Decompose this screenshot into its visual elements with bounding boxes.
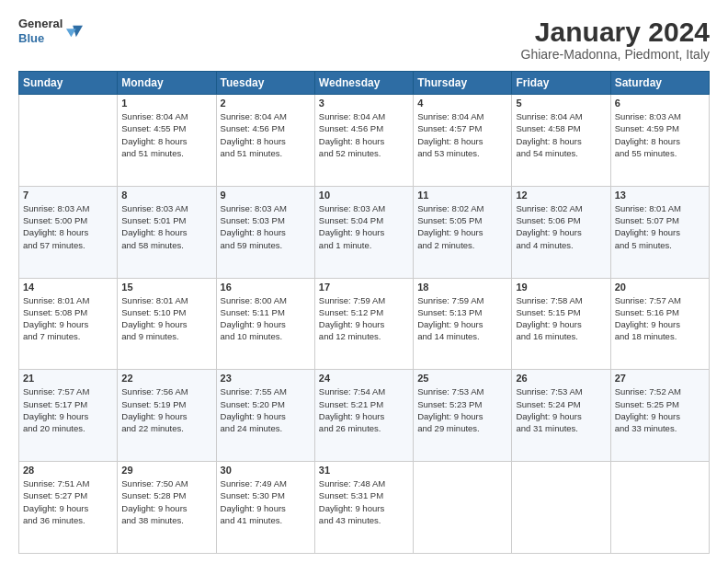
calendar-cell: 10Sunrise: 8:03 AM Sunset: 5:04 PM Dayli… [314, 186, 413, 278]
day-info: Sunrise: 7:57 AM Sunset: 5:16 PM Dayligh… [615, 294, 705, 343]
calendar-cell: 14Sunrise: 8:01 AM Sunset: 5:08 PM Dayli… [19, 278, 118, 370]
day-number: 31 [319, 465, 409, 476]
day-info: Sunrise: 8:04 AM Sunset: 4:57 PM Dayligh… [417, 110, 507, 159]
calendar-cell: 31Sunrise: 7:48 AM Sunset: 5:31 PM Dayli… [314, 462, 413, 554]
calendar-cell: 26Sunrise: 7:53 AM Sunset: 5:24 PM Dayli… [512, 370, 610, 462]
calendar-week-5: 28Sunrise: 7:51 AM Sunset: 5:27 PM Dayli… [19, 462, 710, 554]
day-info: Sunrise: 8:02 AM Sunset: 5:06 PM Dayligh… [516, 202, 606, 251]
day-info: Sunrise: 7:50 AM Sunset: 5:28 PM Dayligh… [121, 477, 211, 526]
calendar-cell: 16Sunrise: 8:00 AM Sunset: 5:11 PM Dayli… [216, 278, 314, 370]
calendar-cell: 23Sunrise: 7:55 AM Sunset: 5:20 PM Dayli… [216, 370, 314, 462]
calendar-cell: 27Sunrise: 7:52 AM Sunset: 5:25 PM Dayli… [610, 370, 709, 462]
calendar-table: SundayMondayTuesdayWednesdayThursdayFrid… [18, 71, 710, 554]
day-number: 4 [417, 98, 507, 109]
calendar-cell: 18Sunrise: 7:59 AM Sunset: 5:13 PM Dayli… [414, 278, 512, 370]
day-number: 28 [23, 465, 113, 476]
day-info: Sunrise: 8:04 AM Sunset: 4:55 PM Dayligh… [121, 110, 211, 159]
calendar-cell [512, 462, 610, 554]
svg-marker-1 [66, 29, 76, 37]
calendar-cell: 19Sunrise: 7:58 AM Sunset: 5:15 PM Dayli… [512, 278, 610, 370]
day-info: Sunrise: 7:52 AM Sunset: 5:25 PM Dayligh… [615, 385, 705, 434]
day-number: 12 [516, 190, 606, 201]
day-number: 25 [417, 373, 507, 384]
calendar-cell [19, 95, 118, 187]
calendar-cell [414, 462, 512, 554]
logo: General Blue [18, 17, 83, 45]
day-info: Sunrise: 8:03 AM Sunset: 5:03 PM Dayligh… [221, 202, 311, 251]
calendar-week-2: 7Sunrise: 8:03 AM Sunset: 5:00 PM Daylig… [19, 186, 710, 278]
day-info: Sunrise: 8:02 AM Sunset: 5:05 PM Dayligh… [417, 202, 507, 251]
day-info: Sunrise: 7:51 AM Sunset: 5:27 PM Dayligh… [23, 477, 113, 526]
calendar-header-saturday: Saturday [610, 72, 709, 95]
logo-line2: Blue [18, 31, 63, 46]
day-info: Sunrise: 7:57 AM Sunset: 5:17 PM Dayligh… [23, 385, 113, 434]
day-number: 15 [121, 282, 211, 293]
calendar-header-monday: Monday [118, 72, 216, 95]
calendar-cell: 15Sunrise: 8:01 AM Sunset: 5:10 PM Dayli… [118, 278, 216, 370]
calendar-cell: 1Sunrise: 8:04 AM Sunset: 4:55 PM Daylig… [118, 95, 216, 187]
day-number: 14 [23, 282, 113, 293]
calendar-cell: 20Sunrise: 7:57 AM Sunset: 5:16 PM Dayli… [610, 278, 709, 370]
day-number: 22 [121, 373, 211, 384]
day-number: 20 [615, 282, 705, 293]
calendar-cell [610, 462, 709, 554]
calendar-cell: 11Sunrise: 8:02 AM Sunset: 5:05 PM Dayli… [414, 186, 512, 278]
header: General Blue January 2024 Ghiare-Madonna… [18, 17, 710, 62]
day-info: Sunrise: 8:01 AM Sunset: 5:07 PM Dayligh… [615, 202, 705, 251]
day-number: 23 [221, 373, 311, 384]
day-number: 11 [417, 190, 507, 201]
location: Ghiare-Madonna, Piedmont, Italy [521, 47, 710, 62]
day-info: Sunrise: 8:04 AM Sunset: 4:58 PM Dayligh… [516, 110, 606, 159]
calendar-cell: 3Sunrise: 8:04 AM Sunset: 4:56 PM Daylig… [314, 95, 413, 187]
day-number: 5 [516, 98, 606, 109]
calendar-cell: 21Sunrise: 7:57 AM Sunset: 5:17 PM Dayli… [19, 370, 118, 462]
title-block: January 2024 Ghiare-Madonna, Piedmont, I… [521, 17, 710, 62]
day-info: Sunrise: 8:03 AM Sunset: 5:04 PM Dayligh… [319, 202, 409, 251]
day-number: 1 [121, 98, 211, 109]
day-info: Sunrise: 8:03 AM Sunset: 5:01 PM Dayligh… [121, 202, 211, 251]
day-info: Sunrise: 7:48 AM Sunset: 5:31 PM Dayligh… [319, 477, 409, 526]
day-number: 2 [221, 98, 311, 109]
calendar-header-sunday: Sunday [19, 72, 118, 95]
day-number: 8 [121, 190, 211, 201]
day-info: Sunrise: 7:53 AM Sunset: 5:23 PM Dayligh… [417, 385, 507, 434]
day-info: Sunrise: 8:01 AM Sunset: 5:10 PM Dayligh… [121, 294, 211, 343]
calendar-cell: 4Sunrise: 8:04 AM Sunset: 4:57 PM Daylig… [414, 95, 512, 187]
day-info: Sunrise: 7:55 AM Sunset: 5:20 PM Dayligh… [221, 385, 311, 434]
calendar-cell: 7Sunrise: 8:03 AM Sunset: 5:00 PM Daylig… [19, 186, 118, 278]
day-number: 9 [221, 190, 311, 201]
day-number: 3 [319, 98, 409, 109]
day-info: Sunrise: 8:00 AM Sunset: 5:11 PM Dayligh… [221, 294, 311, 343]
calendar-cell: 17Sunrise: 7:59 AM Sunset: 5:12 PM Dayli… [314, 278, 413, 370]
calendar-header-thursday: Thursday [414, 72, 512, 95]
calendar-header-friday: Friday [512, 72, 610, 95]
calendar-cell: 25Sunrise: 7:53 AM Sunset: 5:23 PM Dayli… [414, 370, 512, 462]
calendar-cell: 5Sunrise: 8:04 AM Sunset: 4:58 PM Daylig… [512, 95, 610, 187]
logo-line1: General [18, 17, 63, 31]
calendar-cell: 9Sunrise: 8:03 AM Sunset: 5:03 PM Daylig… [216, 186, 314, 278]
calendar-cell: 8Sunrise: 8:03 AM Sunset: 5:01 PM Daylig… [118, 186, 216, 278]
day-number: 10 [319, 190, 409, 201]
day-number: 21 [23, 373, 113, 384]
day-info: Sunrise: 7:49 AM Sunset: 5:30 PM Dayligh… [221, 477, 311, 526]
calendar-header-tuesday: Tuesday [216, 72, 314, 95]
calendar-header-row: SundayMondayTuesdayWednesdayThursdayFrid… [19, 72, 710, 95]
day-number: 17 [319, 282, 409, 293]
calendar-cell: 22Sunrise: 7:56 AM Sunset: 5:19 PM Dayli… [118, 370, 216, 462]
day-info: Sunrise: 8:04 AM Sunset: 4:56 PM Dayligh… [319, 110, 409, 159]
calendar-cell: 13Sunrise: 8:01 AM Sunset: 5:07 PM Dayli… [610, 186, 709, 278]
page: General Blue January 2024 Ghiare-Madonna… [0, 0, 728, 563]
day-number: 27 [615, 373, 705, 384]
day-number: 19 [516, 282, 606, 293]
month-title: January 2024 [521, 17, 710, 47]
calendar-week-1: 1Sunrise: 8:04 AM Sunset: 4:55 PM Daylig… [19, 95, 710, 187]
day-info: Sunrise: 7:59 AM Sunset: 5:13 PM Dayligh… [417, 294, 507, 343]
calendar-cell: 29Sunrise: 7:50 AM Sunset: 5:28 PM Dayli… [118, 462, 216, 554]
day-number: 30 [221, 465, 311, 476]
day-number: 18 [417, 282, 507, 293]
day-number: 7 [23, 190, 113, 201]
day-info: Sunrise: 7:56 AM Sunset: 5:19 PM Dayligh… [121, 385, 211, 434]
logo-icon [66, 23, 83, 40]
calendar-cell: 2Sunrise: 8:04 AM Sunset: 4:56 PM Daylig… [216, 95, 314, 187]
day-number: 24 [319, 373, 409, 384]
